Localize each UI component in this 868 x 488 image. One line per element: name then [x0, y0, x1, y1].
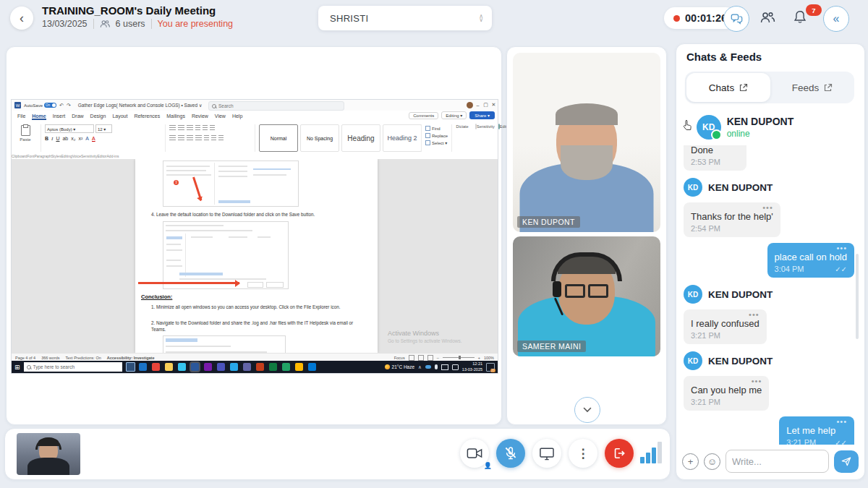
taskbar-app-icon[interactable] — [282, 363, 290, 371]
chat-scrollbar[interactable] — [856, 254, 859, 339]
zoom-slider[interactable] — [443, 357, 475, 358]
self-video-preview[interactable] — [17, 433, 80, 475]
print-layout-icon[interactable] — [418, 355, 424, 361]
focus-mode[interactable]: Focus — [394, 356, 405, 360]
word-ribbon-tab[interactable]: Home — [32, 114, 46, 119]
line-spacing-icon[interactable] — [204, 135, 209, 141]
indent-increase-icon[interactable] — [203, 125, 208, 131]
word-ribbon-tab[interactable]: Review — [192, 114, 208, 119]
message-menu-icon[interactable]: ••• — [691, 379, 762, 384]
editing-command[interactable]: Replace — [425, 133, 448, 138]
word-search-box[interactable]: Search — [208, 101, 344, 111]
taskbar-app-icon[interactable] — [152, 363, 160, 371]
message-bubble[interactable]: Done 2:53 PM — [684, 145, 746, 171]
accessibility-status[interactable]: Accessibility: Investigate — [107, 356, 155, 360]
shading-icon[interactable] — [211, 135, 216, 141]
borders-icon[interactable] — [218, 135, 224, 141]
font-style-button[interactable]: I — [51, 136, 53, 142]
text-predictions[interactable]: Text Predictions: On — [66, 356, 101, 360]
room-selector[interactable]: SHRISTI ∧∨ — [318, 6, 492, 30]
page-indicator[interactable]: Page 4 of 4 — [15, 356, 35, 360]
emoji-button[interactable]: ☺ — [704, 453, 720, 470]
paste-button[interactable]: Paste — [14, 125, 36, 142]
bullet-list-icon[interactable] — [169, 125, 176, 131]
message-menu-icon[interactable]: ••• — [691, 205, 773, 210]
close-icon[interactable]: ✕ — [490, 100, 498, 110]
zoom-in[interactable]: + — [478, 356, 480, 360]
font-style-button[interactable]: A — [85, 136, 89, 141]
attach-button[interactable]: + — [682, 453, 699, 470]
more-options-button[interactable]: ⋮ — [569, 439, 597, 468]
word-ribbon-tab[interactable]: File — [17, 114, 25, 119]
taskbar-app-icon[interactable] — [256, 363, 264, 371]
font-size-select[interactable]: 12 ▾ — [95, 124, 112, 133]
font-style-button[interactable]: U — [56, 136, 59, 141]
camera-button[interactable]: 👤 — [460, 439, 489, 468]
align-center-icon[interactable] — [178, 135, 184, 141]
justify-icon[interactable] — [195, 135, 202, 141]
word-ribbon-tab[interactable]: Layout — [112, 114, 127, 119]
tab-chats[interactable]: Chats — [686, 73, 770, 102]
taskbar-app-icon[interactable] — [295, 363, 303, 371]
ribbon-command[interactable]: Dictate — [454, 124, 470, 129]
redo-icon[interactable]: ↷ — [67, 103, 71, 108]
leave-call-button[interactable] — [605, 439, 634, 468]
start-button[interactable]: ⊞ — [14, 364, 20, 371]
minimize-icon[interactable]: – — [474, 100, 482, 110]
word-count[interactable]: 366 words — [41, 356, 59, 360]
video-tile-ken-dupont[interactable]: KEN DUPONT — [513, 53, 660, 232]
font-style-button[interactable]: x² — [78, 136, 82, 141]
task-view-icon[interactable] — [126, 362, 135, 372]
show-more-participants-button[interactable] — [574, 397, 600, 423]
share-button[interactable]: Share ▾ — [469, 111, 495, 119]
maximize-icon[interactable]: ▢ — [482, 100, 490, 110]
screen-share-button[interactable] — [532, 439, 561, 468]
multilevel-list-icon[interactable] — [187, 125, 193, 131]
message-input[interactable] — [726, 450, 829, 473]
word-ribbon-tab[interactable]: Design — [90, 114, 106, 119]
word-ribbon-tab[interactable]: Mailings — [166, 114, 185, 119]
font-style-button[interactable]: B — [45, 136, 48, 141]
editing-mode-button[interactable]: Editing ▾ — [441, 111, 467, 119]
style-option[interactable]: No Spacing — [300, 124, 339, 152]
taskbar-app-icon[interactable] — [204, 363, 212, 371]
editing-command[interactable]: Select ▾ — [425, 140, 448, 145]
message-bubble[interactable]: ••• Can you help me 3:21 PM — [684, 376, 769, 411]
align-right-icon[interactable] — [187, 135, 193, 141]
message-bubble[interactable]: ••• Thanks for the help' 2:54 PM — [684, 202, 780, 237]
comments-button[interactable]: Comments — [409, 112, 438, 119]
taskbar-app-icon[interactable] — [217, 363, 225, 371]
taskbar-app-icon[interactable] — [165, 363, 173, 371]
autosave-toggle[interactable]: AutoSave On — [24, 103, 56, 108]
taskbar-app-icon[interactable] — [308, 363, 316, 371]
undo-icon[interactable]: ↶ — [59, 103, 64, 108]
sort-icon[interactable] — [210, 125, 215, 131]
word-ribbon-tab[interactable]: View — [215, 114, 226, 119]
send-button[interactable] — [834, 450, 859, 473]
style-option[interactable]: Normal — [259, 124, 298, 152]
back-button[interactable]: ‹ — [10, 7, 33, 30]
taskbar-app-icon[interactable] — [243, 363, 251, 371]
volume-tray-icon[interactable] — [452, 364, 459, 370]
message-bubble[interactable]: ••• Let me help 3:21 PM ✓✓ — [779, 416, 854, 445]
taskbar-search[interactable]: Type here to search — [24, 362, 122, 372]
weather-widget[interactable]: 21°C Haze — [385, 364, 415, 369]
tab-feeds[interactable]: Feeds — [772, 73, 853, 102]
taskbar-app-icon[interactable] — [178, 363, 186, 371]
collapse-panel-button[interactable]: « — [823, 6, 849, 32]
style-option[interactable]: Heading — [341, 124, 380, 152]
zoom-out[interactable]: – — [437, 356, 439, 360]
style-option[interactable]: Heading 2 — [383, 124, 422, 152]
taskbar-clock[interactable]: 12:21 13-03-2025 — [462, 361, 482, 372]
web-layout-icon[interactable] — [427, 355, 433, 361]
font-style-button[interactable]: x₂ — [71, 136, 75, 141]
taskbar-app-icon[interactable] — [269, 363, 277, 371]
message-menu-icon[interactable]: ••• — [786, 419, 847, 424]
action-center-icon[interactable]: 20 — [486, 363, 495, 372]
align-left-icon[interactable] — [169, 135, 176, 141]
mic-muted-button[interactable] — [496, 439, 525, 468]
video-tile-sameer-maini[interactable]: SAMEER MAINI — [513, 236, 660, 356]
read-mode-icon[interactable] — [409, 355, 414, 361]
notifications-button[interactable]: 7 — [793, 9, 807, 25]
message-menu-icon[interactable]: ••• — [691, 312, 760, 317]
